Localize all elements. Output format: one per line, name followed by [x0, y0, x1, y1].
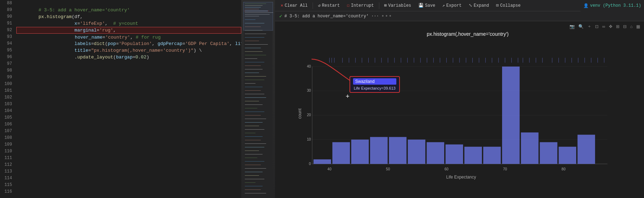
expand-icon: ⤡ — [469, 3, 472, 8]
svg-rect-35 — [245, 108, 257, 108]
svg-rect-23 — [245, 66, 261, 66]
svg-rect-47 — [245, 151, 259, 151]
save-icon: 💾 — [418, 3, 424, 8]
tooltip-value: Life Expectancy=39.613 — [353, 86, 396, 91]
collapse-button[interactable]: ⊡ Collapse — [493, 1, 523, 10]
svg-rect-128 — [426, 142, 444, 164]
svg-text:50: 50 — [386, 167, 390, 171]
zoom-in-icon[interactable]: ⊞ — [615, 23, 621, 30]
svg-rect-24 — [245, 69, 263, 69]
code-line-116 — [16, 188, 241, 195]
clear-all-button[interactable]: ✕ Clear All — [278, 1, 310, 10]
zoom-icon[interactable]: 🔍 — [577, 23, 585, 30]
clear-all-label: Clear All — [285, 3, 308, 8]
interrupt-label: Interrupt — [351, 3, 374, 8]
svg-rect-25 — [245, 73, 259, 73]
add-icon[interactable]: ＋ — [586, 23, 593, 30]
svg-rect-45 — [245, 143, 266, 144]
svg-rect-124 — [351, 140, 369, 164]
svg-text:40: 40 — [327, 167, 332, 171]
svg-rect-51 — [245, 165, 261, 165]
toolbar: ✕ Clear All ↺ Restart ☐ Interrupt ⊞ Vari… — [275, 0, 644, 11]
svg-rect-60 — [243, 2, 273, 30]
reset-icon[interactable]: ⌂ — [629, 23, 634, 30]
code-line-110 — [16, 148, 241, 155]
restart-button[interactable]: ↺ Restart — [315, 1, 343, 10]
svg-rect-49 — [245, 158, 257, 158]
svg-text:70: 70 — [503, 167, 507, 171]
code-line-103 — [16, 101, 241, 108]
crosshair-icon: + — [346, 92, 349, 100]
line-numbers: 88 89 90 91 92 93 94 95 96 97 98 99 100 … — [0, 0, 15, 198]
interrupt-icon: ☐ — [347, 3, 349, 8]
svg-rect-18 — [245, 48, 261, 48]
svg-rect-55 — [245, 179, 264, 179]
save-button[interactable]: 💾 Save — [415, 1, 438, 10]
svg-rect-46 — [245, 147, 264, 147]
pan-icon[interactable]: ✥ — [608, 23, 613, 30]
expand-button[interactable]: ⤡ Expand — [466, 1, 492, 10]
svg-rect-27 — [245, 80, 264, 80]
svg-rect-29 — [245, 87, 263, 87]
svg-rect-58 — [245, 189, 261, 190]
chart-expand-icon[interactable]: ▦ — [635, 23, 641, 30]
select-icon[interactable]: ⊡ — [594, 23, 600, 30]
code-line-99 — [16, 74, 241, 81]
chart-area: 📷 🔍 ＋ ⊡ ∞ ✥ ⊞ ⊟ ⌂ ▦ count 0 10 2 — [275, 21, 644, 198]
svg-text:30: 30 — [307, 89, 311, 92]
chart-svg: count 0 10 20 30 40 40 50 60 70 80 — [275, 39, 644, 198]
svg-rect-129 — [446, 145, 463, 164]
thumbnail-panel — [241, 0, 275, 198]
svg-text:60: 60 — [445, 167, 449, 171]
code-line-102 — [16, 94, 241, 101]
code-line-98 — [16, 67, 241, 74]
svg-rect-50 — [245, 161, 264, 162]
expand-label: Expand — [474, 3, 489, 8]
svg-rect-127 — [408, 140, 425, 164]
code-line-100 — [16, 81, 241, 87]
chart-toolbar: 📷 🔍 ＋ ⊡ ∞ ✥ ⊞ ⊟ ⌂ ▦ — [568, 23, 641, 30]
user-icon: 👤 — [583, 3, 589, 9]
code-line-106 — [16, 121, 241, 128]
svg-rect-26 — [245, 76, 266, 77]
yaxis-label: count — [297, 108, 302, 119]
svg-rect-134 — [540, 142, 557, 164]
svg-rect-136 — [578, 135, 595, 164]
status-bar: ✓ # 3-5: add a hover_name='country' ··· … — [275, 11, 644, 21]
svg-rect-125 — [370, 137, 387, 164]
svg-rect-54 — [245, 175, 259, 176]
svg-rect-0 — [244, 2, 273, 197]
camera-icon[interactable]: 📷 — [568, 23, 576, 30]
chart-title: px.histogram(,hover_name='country') — [427, 31, 509, 37]
code-line-109 — [16, 141, 241, 148]
svg-text:40: 40 — [307, 64, 311, 68]
code-line-101 — [16, 87, 241, 94]
variables-button[interactable]: ⊞ Variables — [381, 1, 414, 10]
svg-rect-59 — [245, 193, 266, 193]
export-icon: ↗ — [442, 3, 445, 8]
interrupt-button[interactable]: ☐ Interrupt — [344, 1, 377, 10]
more-options-button[interactable]: ••• — [381, 13, 392, 19]
export-label: Export — [446, 3, 462, 8]
svg-rect-44 — [245, 140, 261, 140]
export-button[interactable]: ↗ Export — [440, 1, 464, 10]
restart-label: Restart — [322, 3, 340, 8]
save-label: Save — [425, 3, 435, 8]
zoom-out-icon[interactable]: ⊟ — [622, 23, 628, 30]
toolbar-separator-1 — [313, 2, 313, 9]
svg-rect-130 — [464, 147, 482, 164]
variables-label: Variables — [388, 3, 411, 8]
code-content[interactable]: # 3-5: add a hover_name='country' px.his… — [15, 0, 241, 198]
code-line-104 — [16, 108, 241, 114]
svg-rect-21 — [245, 58, 257, 59]
tooltip-country: Swaziland — [353, 78, 396, 85]
svg-rect-28 — [245, 83, 255, 84]
code-line-111 — [16, 155, 241, 162]
svg-rect-22 — [245, 62, 264, 62]
venv-badge: 👤 venv (Python 3.11.1) — [580, 0, 644, 11]
svg-text:10: 10 — [307, 137, 311, 141]
svg-rect-48 — [245, 154, 263, 154]
svg-rect-34 — [245, 104, 263, 105]
code-line-112 — [16, 162, 241, 168]
lasso-icon[interactable]: ∞ — [601, 23, 606, 30]
